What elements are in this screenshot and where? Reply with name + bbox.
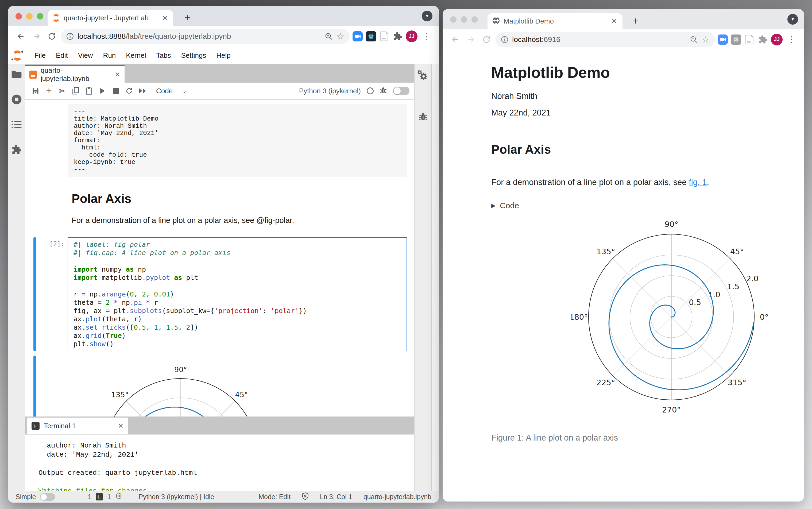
bookmark-star-icon[interactable]: ☆ [337,31,344,41]
simple-interface-toggle[interactable] [40,493,55,501]
simple-mode-toggle[interactable] [393,87,410,95]
browser-downloads-chevron-icon[interactable]: ▼ [422,11,432,22]
code-line[interactable]: ax.grid(True) [73,332,401,340]
code-line[interactable]: ax.plot(theta, r) [73,315,401,323]
react-devtools-extension-icon[interactable] [366,31,376,42]
raw-yaml-cell[interactable]: --- title: Matplotlib Demo author: Norah… [68,104,407,177]
menu-tabs[interactable]: Tabs [151,49,176,62]
code-fold-disclosure[interactable]: ▶ Code [491,201,769,210]
forward-icon[interactable] [30,30,43,43]
notebook-tab-close-icon[interactable]: ✕ [115,71,120,78]
code-cell[interactable]: #| label: fig-polar#| fig.cap: A line pl… [68,237,407,351]
zoom-extension-icon[interactable] [352,31,363,42]
menu-settings[interactable]: Settings [176,49,211,62]
site-info-icon[interactable] [501,36,508,43]
extensions-puzzle-icon[interactable] [392,31,403,42]
address-bar[interactable]: localhost:8888/lab/tree/quarto-jupyterla… [61,29,350,44]
file-browser-icon[interactable] [11,69,22,80]
forward-icon[interactable] [464,33,478,46]
reload-icon[interactable] [480,33,493,46]
back-icon[interactable] [449,33,462,46]
url-text[interactable]: localhost:8888/lab/tree/quarto-jupyterla… [77,32,321,41]
cut-cells-icon[interactable]: ✂ [57,86,68,96]
close-window-button[interactable] [450,16,457,23]
close-window-button[interactable] [15,13,22,20]
tab-close-icon[interactable]: ✕ [611,17,618,25]
terminal-tab-close-icon[interactable]: ✕ [118,422,123,430]
traffic-lights[interactable] [15,13,43,20]
zoom-page-icon[interactable] [690,36,698,43]
browser-menu-icon[interactable]: ⋮ [785,35,798,44]
cell-type-dropdown[interactable]: Code [156,87,173,95]
zoom-window-button[interactable] [37,13,43,20]
table-of-contents-icon[interactable] [11,119,22,130]
react-devtools-extension-icon[interactable] [731,34,741,45]
debugger-bug-icon[interactable] [380,87,387,95]
minimize-window-button[interactable] [461,16,467,23]
browser-tab-active[interactable]: quarto-jupyterl - JupyterLab ✕ [47,10,173,26]
new-tab-button[interactable]: + [182,12,193,24]
interrupt-kernel-icon[interactable] [110,86,121,96]
code-line[interactable] [73,282,401,290]
zoom-window-button[interactable] [471,16,478,23]
menu-help[interactable]: Help [211,49,236,62]
site-info-icon[interactable] [66,33,74,40]
command-mode-indicator[interactable]: Mode: Edit [258,493,290,501]
menu-file[interactable]: File [29,49,51,62]
extension-manager-icon[interactable] [11,144,22,155]
address-bar[interactable]: localhost:6916 ☆ [496,32,715,47]
code-line[interactable]: r = np.arange(0, 2, 0.01) [73,290,401,298]
code-line[interactable] [73,257,401,265]
traffic-lights[interactable] [450,16,478,23]
browser-profile-avatar[interactable]: JJ [406,31,418,42]
markdown-heading[interactable]: Polar Axis [72,192,414,206]
menu-kernel[interactable]: Kernel [121,49,151,62]
menu-view[interactable]: View [73,49,98,62]
restart-run-all-icon[interactable] [137,86,148,96]
document-extension-icon[interactable] [744,34,755,45]
notebook-scroll-area[interactable]: --- title: Matplotlib Demo author: Norah… [25,100,414,416]
scrollbar-gutter[interactable] [431,64,439,491]
minimize-window-button[interactable] [26,13,33,20]
browser-tab-active[interactable]: Matplotlib Demo ✕ [488,13,623,29]
output-collapser[interactable] [33,355,36,416]
menu-run[interactable]: Run [98,49,121,62]
notebook-tab[interactable]: quarto-jupyterlab.ipynb ✕ [25,65,125,82]
document-extension-icon[interactable] [379,31,390,42]
extensions-puzzle-icon[interactable] [757,34,768,45]
kernel-status-text[interactable]: Python 3 (ipykernel) | Idle [138,493,214,501]
copy-cells-icon[interactable] [70,86,81,96]
zoom-extension-icon[interactable] [717,34,728,45]
browser-menu-icon[interactable]: ⋮ [420,32,432,41]
kernel-name-button[interactable]: Python 3 (ipykernel) [299,87,361,95]
debugger-bug-icon[interactable] [418,111,429,122]
back-icon[interactable] [14,30,27,43]
add-cell-icon[interactable]: + [43,86,55,96]
code-line[interactable]: #| label: fig-polar [73,240,401,249]
terminal-tab[interactable]: $_ Terminal 1 ✕ [27,417,128,434]
save-icon[interactable] [30,86,41,96]
code-line[interactable]: import matplotlib.pyplot as plt [73,273,401,282]
browser-profile-avatar[interactable]: JJ [771,34,783,45]
run-cell-icon[interactable] [97,86,108,96]
code-line[interactable]: fig, ax = plt.subplots(subplot_kw={'proj… [73,307,401,315]
code-line[interactable]: ax.set_rticks([0.5, 1, 1.5, 2]) [73,323,401,332]
paste-cells-icon[interactable] [83,86,95,96]
menu-edit[interactable]: Edit [51,49,73,62]
bookmark-star-icon[interactable]: ☆ [702,34,709,45]
chevron-down-icon[interactable]: ⌄ [182,88,187,94]
terminal-output[interactable]: author: Norah Smith date: 'May 22nd, 202… [25,434,414,491]
code-line[interactable]: import numpy as np [73,265,401,273]
markdown-paragraph[interactable]: For a demonstration of a line plot on a … [72,216,414,225]
input-collapser[interactable] [33,237,36,351]
new-tab-button[interactable]: + [630,15,641,27]
figure-crossref-link[interactable]: fig. 1 [689,177,707,187]
code-line[interactable]: plt.show() [73,340,401,348]
tab-close-icon[interactable]: ✕ [162,14,168,22]
property-inspector-gears-icon[interactable] [418,70,429,81]
zoom-page-icon[interactable] [325,32,333,40]
reload-icon[interactable] [45,30,58,43]
code-line[interactable]: #| fig.cap: A line plot on a polar axis [73,249,401,257]
cursor-position[interactable]: Ln 3, Col 1 [320,493,352,501]
code-line[interactable]: theta = 2 * np.pi * r [73,298,401,307]
